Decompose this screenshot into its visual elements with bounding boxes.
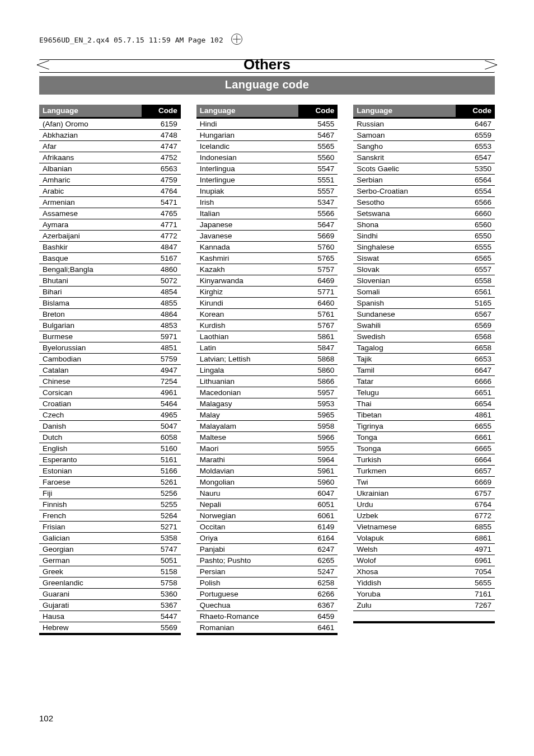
table-row: Urdu6764 [353,499,495,510]
language-cell: Norwegian [196,510,299,522]
table-row: Volapuk6861 [353,533,495,544]
table-row: Telugu6651 [353,387,495,398]
table-row: Javanese5669 [196,231,338,242]
table-row: Wolof6961 [353,555,495,566]
language-cell: Yoruba [353,589,456,600]
language-cell: Tsonga [353,443,456,454]
code-cell: 4853 [142,320,181,331]
language-cell: Romanian [196,622,299,635]
language-cell: Afar [39,141,142,152]
table-row: Armenian5471 [39,197,181,208]
table-row: Sesotho6566 [353,197,495,208]
code-cell: 4971 [456,544,495,555]
page-number: 102 [39,713,495,723]
code-cell: 6554 [456,186,495,197]
table-row: Gujarati5367 [39,600,181,611]
table-row: Turkmen6657 [353,466,495,477]
code-cell: 6566 [456,197,495,208]
table-row: Russian6467 [353,118,495,130]
table-row-blank [353,611,495,623]
table-row: Azerbaijani4772 [39,231,181,242]
language-cell: Javanese [196,231,299,242]
code-cell: 5771 [298,287,338,298]
table-row: Danish5047 [39,421,181,432]
table-row: Swedish6568 [353,331,495,342]
table-row: Welsh4971 [353,544,495,555]
language-cell: Macedonian [196,387,299,398]
language-cell: Urdu [353,499,456,510]
code-cell: 6653 [456,354,495,365]
code-cell: 6654 [456,398,495,410]
table-row: Vietnamese6855 [353,522,495,533]
section-subtitle: Language code [39,76,495,95]
code-cell: 5455 [298,118,338,130]
code-cell: 4764 [142,186,181,197]
blank-cell [353,611,456,623]
code-cell: 5569 [142,622,181,635]
table-row: Serbo-Croatian6554 [353,186,495,197]
code-cell: 5760 [298,242,338,253]
code-cell: 5367 [142,600,181,611]
language-cell: Turkish [353,454,456,466]
language-cell: Icelandic [196,141,299,152]
table-row: Samoan6559 [353,130,495,141]
table-row: Macedonian5957 [196,387,338,398]
language-cell: Slovak [353,264,456,275]
language-cell: Yiddish [353,577,456,589]
language-cell: Cambodian [39,354,142,365]
table-row: Nepali6051 [196,499,338,510]
column-header-language: Language [39,105,142,118]
column-3: Language Code Russian6467Samoan6559Sangh… [353,105,495,635]
table-row: Tonga6661 [353,432,495,443]
code-cell: 7054 [456,566,495,577]
code-cell: 6664 [456,454,495,466]
code-cell: 7254 [142,376,181,387]
language-cell: Malayalam [196,421,299,432]
language-table-2-body: Hindi5455Hungarian5467Icelandic5565Indon… [196,118,338,635]
language-cell: Setswana [353,208,456,219]
column-header-language: Language [353,105,456,118]
table-row: Scots Gaelic5350 [353,163,495,175]
code-cell: 5761 [298,309,338,320]
code-cell: 5256 [142,488,181,499]
table-row: Hungarian5467 [196,130,338,141]
table-row: German5051 [39,555,181,566]
code-cell: 5953 [298,398,338,410]
table-row: Icelandic5565 [196,141,338,152]
print-job-header-text: E9656UD_EN_2.qx4 05.7.15 11:59 AM Page 1… [39,36,223,44]
table-row: Georgian5747 [39,544,181,555]
table-row: Dutch6058 [39,432,181,443]
table-row: Shona6560 [353,219,495,231]
language-cell: Pashto; Pushto [196,555,299,566]
language-cell: Frisian [39,522,142,533]
code-cell: 4854 [142,287,181,298]
code-cell: 6265 [298,555,338,566]
code-cell: 6258 [298,577,338,589]
table-row: Latvian; Lettish5868 [196,354,338,365]
language-cell: Marathi [196,454,299,466]
table-row: Kinyarwanda6469 [196,275,338,287]
code-cell: 6547 [456,152,495,163]
language-cell: Estonian [39,466,142,477]
table-row: Malay5965 [196,410,338,421]
section-title-band: Others [39,59,495,73]
table-row: Bengali;Bangla4860 [39,264,181,275]
code-cell: 4772 [142,231,181,242]
section-title: Others [39,56,495,73]
code-cell: 6367 [298,600,338,611]
table-row: Yoruba7161 [353,589,495,600]
code-cell: 5866 [298,376,338,387]
code-cell: 5551 [298,175,338,186]
code-cell: 5669 [298,231,338,242]
language-cell: Georgian [39,544,142,555]
table-row: Spanish5165 [353,298,495,309]
code-cell: 5966 [298,432,338,443]
language-cell: Tibetan [353,410,456,421]
table-row: Esperanto5161 [39,454,181,466]
table-row: Kazakh5757 [196,264,338,275]
column-header-code: Code [456,105,495,118]
language-cell: Albanian [39,163,142,175]
code-cell: 5047 [142,421,181,432]
table-row: Amharic4759 [39,175,181,186]
code-cell: 5347 [298,197,338,208]
